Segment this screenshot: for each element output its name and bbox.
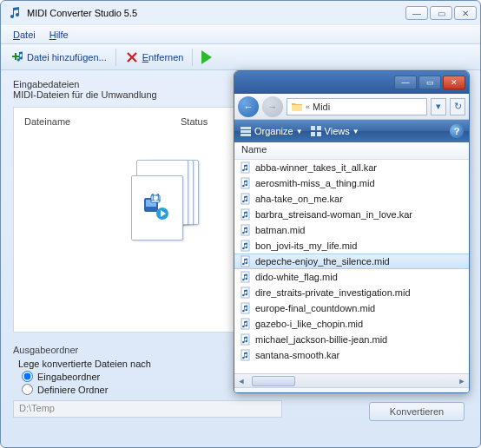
file-stack-icon: 11 xyxy=(131,160,209,247)
scroll-left-icon[interactable]: ◄ xyxy=(234,375,248,387)
views-button[interactable]: Views▼ xyxy=(310,125,359,137)
output-path-field: D:\Temp xyxy=(13,400,282,418)
svg-rect-21 xyxy=(241,303,249,313)
file-name: aha-take_on_me.kar xyxy=(255,194,343,204)
file-name: batman.mid xyxy=(255,225,305,235)
address-dropdown[interactable]: ▾ xyxy=(431,98,446,115)
main-titlebar: MIDI Converter Studio 5.5 ― ▭ ✕ xyxy=(1,1,480,25)
app-icon xyxy=(8,6,22,20)
breadcrumb-current: Midi xyxy=(313,102,330,112)
remove-button[interactable]: Entfernen xyxy=(122,49,188,66)
menu-file[interactable]: Datei xyxy=(8,28,41,42)
close-button[interactable]: ✕ xyxy=(454,6,477,20)
file-name: abba-winner_takes_it_all.kar xyxy=(255,162,377,173)
svg-rect-24 xyxy=(241,350,249,360)
svg-rect-6 xyxy=(240,130,251,133)
explorer-statusbar xyxy=(234,387,469,393)
explorer-close-button[interactable]: ✕ xyxy=(443,76,465,89)
convert-button[interactable]: Konvertieren xyxy=(369,402,465,421)
file-name: europe-final_countdown.mid xyxy=(255,303,375,313)
svg-rect-5 xyxy=(240,127,251,129)
file-row[interactable]: michael_jackson-billie-jean.mid xyxy=(234,332,469,347)
svg-rect-11 xyxy=(317,132,321,136)
organize-button[interactable]: Organize▼ xyxy=(240,125,303,137)
file-name: aerosmith-miss_a_thing.mid xyxy=(255,178,375,188)
file-name: dido-white_flag.mid xyxy=(255,272,338,282)
svg-rect-20 xyxy=(241,287,249,298)
explorer-maximize-button[interactable]: ▭ xyxy=(418,76,441,89)
help-button[interactable]: ? xyxy=(450,124,464,138)
menu-help[interactable]: Hilfe xyxy=(44,28,74,42)
delete-icon xyxy=(125,50,139,64)
file-row[interactable]: barbra_streisand-woman_in_love.kar xyxy=(234,207,469,222)
organize-icon xyxy=(240,125,252,137)
file-name: dire_straits-private_investigation.mid xyxy=(255,287,411,298)
toolbar: Datei hinzufügen... Entfernen xyxy=(1,44,480,70)
file-row[interactable]: dire_straits-private_investigation.mid xyxy=(234,285,469,300)
column-status[interactable]: Status xyxy=(181,116,208,127)
file-row[interactable]: europe-final_countdown.mid xyxy=(234,300,469,316)
file-name: depeche-enjoy_the_silence.mid xyxy=(255,256,390,267)
column-filename[interactable]: Dateiname xyxy=(24,116,181,127)
scroll-thumb[interactable] xyxy=(252,376,295,386)
refresh-button[interactable]: ↻ xyxy=(450,98,465,115)
add-note-icon xyxy=(10,50,23,64)
file-list[interactable]: abba-winner_takes_it_all.karaerosmith-mi… xyxy=(234,160,469,373)
file-row[interactable]: batman.mid xyxy=(234,222,469,238)
svg-rect-18 xyxy=(241,256,249,267)
file-name: santana-smooth.kar xyxy=(255,350,339,360)
svg-rect-19 xyxy=(241,272,249,282)
explorer-titlebar[interactable]: ― ▭ ✕ xyxy=(234,71,469,94)
svg-rect-15 xyxy=(241,209,249,220)
file-row[interactable]: aerosmith-miss_a_thing.mid xyxy=(234,175,469,191)
file-explorer-window: ― ▭ ✕ ← → « Midi ▾ ↻ Organize▼ Views▼ xyxy=(234,70,470,393)
file-row[interactable]: gazebo-i_like_chopin.mid xyxy=(234,316,469,332)
views-icon xyxy=(310,125,322,137)
svg-rect-10 xyxy=(311,132,315,136)
menu-bar: Datei Hilfe xyxy=(1,25,480,44)
file-row[interactable]: depeche-enjoy_the_silence.mid xyxy=(234,254,469,269)
add-file-button[interactable]: Datei hinzufügen... xyxy=(6,49,110,66)
svg-rect-8 xyxy=(311,126,315,130)
svg-rect-9 xyxy=(317,126,321,130)
scroll-right-icon[interactable]: ► xyxy=(455,375,469,387)
minimize-button[interactable]: ― xyxy=(405,6,428,20)
file-name: barbra_streisand-woman_in_love.kar xyxy=(255,209,412,220)
explorer-toolbar: Organize▼ Views▼ ? xyxy=(234,120,469,142)
svg-rect-23 xyxy=(241,334,249,345)
play-icon xyxy=(201,50,212,64)
maximize-button[interactable]: ▭ xyxy=(430,6,452,20)
svg-rect-17 xyxy=(241,240,249,251)
svg-rect-16 xyxy=(241,225,249,235)
play-button[interactable] xyxy=(198,49,215,66)
file-name: michael_jackson-billie-jean.mid xyxy=(255,334,387,345)
file-name: gazebo-i_like_chopin.mid xyxy=(255,319,363,329)
folder-icon xyxy=(291,102,303,112)
drop-target[interactable]: 11 xyxy=(118,160,222,273)
file-row[interactable]: dido-white_flag.mid xyxy=(234,269,469,285)
file-row[interactable]: santana-smooth.kar xyxy=(234,347,469,363)
address-bar[interactable]: « Midi xyxy=(287,98,427,115)
explorer-minimize-button[interactable]: ― xyxy=(394,76,417,89)
forward-button[interactable]: → xyxy=(262,96,283,117)
explorer-nav: ← → « Midi ▾ ↻ xyxy=(234,94,469,120)
svg-rect-7 xyxy=(240,134,251,136)
file-row[interactable]: bon_jovi-its_my_life.mid xyxy=(234,238,469,254)
file-row[interactable]: abba-winner_takes_it_all.kar xyxy=(234,160,469,175)
svg-text:11: 11 xyxy=(150,193,161,202)
window-title: MIDI Converter Studio 5.5 xyxy=(25,8,405,18)
svg-rect-22 xyxy=(241,319,249,329)
explorer-column-name[interactable]: Name xyxy=(234,142,469,160)
file-name: bon_jovi-its_my_life.mid xyxy=(255,240,357,251)
horizontal-scrollbar[interactable]: ◄ ► xyxy=(234,373,469,387)
svg-rect-13 xyxy=(241,178,249,188)
svg-rect-12 xyxy=(241,162,249,173)
back-button[interactable]: ← xyxy=(238,96,259,117)
file-row[interactable]: aha-take_on_me.kar xyxy=(234,191,469,207)
svg-rect-14 xyxy=(241,194,249,204)
